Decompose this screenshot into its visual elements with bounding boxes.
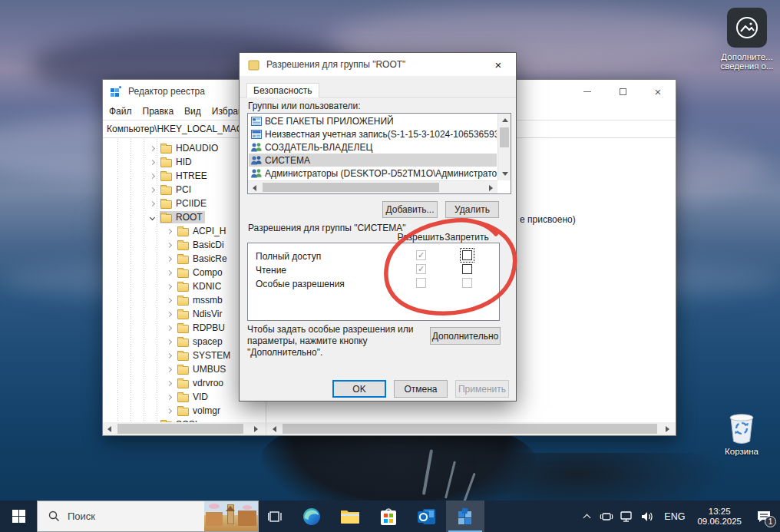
tray-expand-button[interactable] xyxy=(577,501,597,532)
close-button[interactable]: × xyxy=(640,80,676,103)
advanced-button[interactable]: Дополнительно xyxy=(430,327,501,345)
dialog-close-button[interactable]: × xyxy=(481,53,516,76)
chevron-right-icon[interactable] xyxy=(167,380,172,385)
maximize-button[interactable] xyxy=(605,80,640,103)
cancel-button[interactable]: Отмена xyxy=(394,380,448,398)
tree-item[interactable]: PCIIDE xyxy=(103,197,253,210)
scrollbar-thumb[interactable] xyxy=(283,424,657,434)
deny-checkbox-special[interactable] xyxy=(462,278,472,288)
remove-button[interactable]: Удалить xyxy=(445,201,499,218)
chevron-right-icon[interactable] xyxy=(167,297,172,302)
scroll-left-arrow[interactable] xyxy=(248,181,261,194)
start-button[interactable] xyxy=(0,501,37,532)
group-row[interactable]: Неизвестная учетная запись(S-1-15-3-1024… xyxy=(249,127,497,140)
tree-item[interactable]: NdisVir xyxy=(103,307,253,321)
scroll-right-arrow[interactable] xyxy=(250,422,263,435)
chevron-right-icon[interactable] xyxy=(167,366,172,372)
language-indicator[interactable]: ENG xyxy=(658,501,691,532)
scroll-up-arrow[interactable] xyxy=(498,114,511,127)
meet-now-button[interactable] xyxy=(597,501,616,532)
taskbar-outlook[interactable] xyxy=(408,501,446,532)
tree-horizontal-scrollbar[interactable] xyxy=(103,422,266,435)
chevron-right-icon[interactable] xyxy=(167,325,172,330)
chevron-right-icon[interactable] xyxy=(150,159,155,164)
scroll-right-arrow[interactable] xyxy=(661,422,674,435)
add-button[interactable]: Добавить... xyxy=(382,201,438,218)
menu-edit[interactable]: Правка xyxy=(143,106,174,117)
taskbar-edge[interactable] xyxy=(292,501,331,532)
deny-checkbox-full-control[interactable] xyxy=(462,250,472,260)
tree-item[interactable]: volmgr xyxy=(103,404,253,418)
task-view-button[interactable] xyxy=(259,501,292,532)
list-vertical-scrollbar[interactable] xyxy=(497,114,511,180)
scrollbar-thumb[interactable] xyxy=(263,183,439,192)
scroll-right-arrow[interactable] xyxy=(484,181,497,194)
tree-item[interactable]: BasicRe xyxy=(103,252,253,266)
tree-item[interactable]: vdrvroo xyxy=(103,376,253,390)
apply-button[interactable]: Применить xyxy=(455,380,509,398)
allow-checkbox-full-control[interactable] xyxy=(416,250,426,260)
tab-security[interactable]: Безопасность xyxy=(246,83,319,97)
chevron-right-icon[interactable] xyxy=(167,269,172,275)
chevron-right-icon[interactable] xyxy=(167,283,172,289)
tree-item[interactable]: Compo xyxy=(103,266,253,279)
chevron-right-icon[interactable] xyxy=(167,228,172,233)
clock[interactable]: 13:2509.06.2025 xyxy=(691,501,748,532)
group-row[interactable]: ВСЕ ПАКЕТЫ ПРИЛОЖЕНИЙ xyxy=(249,114,497,127)
allow-checkbox-read[interactable] xyxy=(416,264,426,274)
groups-listbox[interactable]: ВСЕ ПАКЕТЫ ПРИЛОЖЕНИЙ Неизвестная учетна… xyxy=(247,113,511,194)
scroll-down-arrow[interactable] xyxy=(498,167,511,180)
chevron-right-icon[interactable] xyxy=(150,145,155,150)
group-row[interactable]: Администраторы (DESKTOP-D52TM1O\Админист… xyxy=(249,167,497,180)
deny-checkbox-read[interactable] xyxy=(462,264,472,274)
chevron-down-icon[interactable] xyxy=(150,214,155,220)
group-row[interactable]: СОЗДАТЕЛЬ-ВЛАДЕЛЕЦ xyxy=(249,140,497,154)
pane-horizontal-scrollbar[interactable] xyxy=(266,422,676,435)
list-horizontal-scrollbar[interactable] xyxy=(248,180,497,193)
menu-file[interactable]: Файл xyxy=(109,106,132,117)
search-daily-image[interactable] xyxy=(204,501,258,531)
chevron-right-icon[interactable] xyxy=(150,187,155,192)
scrollbar-thumb[interactable] xyxy=(117,424,243,434)
chevron-right-icon[interactable] xyxy=(167,242,172,247)
scroll-left-arrow[interactable] xyxy=(268,422,281,435)
tree-item[interactable]: SYSTEM xyxy=(103,349,253,362)
minimize-button[interactable] xyxy=(570,80,605,103)
chevron-right-icon[interactable] xyxy=(150,200,155,206)
network-button[interactable] xyxy=(616,501,636,532)
chevron-right-icon[interactable] xyxy=(167,256,172,261)
scrollbar-thumb[interactable] xyxy=(500,127,509,147)
tree-item[interactable]: ACPI_H xyxy=(103,224,253,238)
menu-view[interactable]: Вид xyxy=(184,106,201,117)
tree-item[interactable]: UMBUS xyxy=(103,362,253,376)
tree-item[interactable]: PCI xyxy=(103,183,253,197)
tree-item[interactable]: RDPBU xyxy=(103,321,253,335)
chevron-right-icon[interactable] xyxy=(167,339,172,344)
chevron-right-icon[interactable] xyxy=(167,408,172,413)
tree-item[interactable]: spacep xyxy=(103,335,253,349)
chevron-right-icon[interactable] xyxy=(167,311,172,316)
tree-item[interactable]: HID xyxy=(103,155,253,169)
notification-center-button[interactable]: 1 xyxy=(748,501,780,532)
scroll-left-arrow[interactable] xyxy=(103,422,116,435)
tree-item[interactable]: BasicDi xyxy=(103,238,253,252)
desktop-icon-recycle-bin[interactable]: Корзина xyxy=(717,408,766,456)
dialog-titlebar[interactable]: Разрешения для группы "ROOT" × xyxy=(240,53,516,76)
ok-button[interactable]: OK xyxy=(332,380,386,398)
desktop-icon-info[interactable]: Дополните... сведения о... xyxy=(714,8,780,71)
tree-item-root[interactable]: ROOT xyxy=(103,210,253,224)
tree-item[interactable]: KDNIC xyxy=(103,279,253,293)
tree-item[interactable]: HTREE xyxy=(103,169,253,183)
chevron-right-icon[interactable] xyxy=(167,352,172,358)
volume-button[interactable] xyxy=(636,501,658,532)
tree-item[interactable]: VID xyxy=(103,390,253,404)
taskbar-regedit-active[interactable] xyxy=(446,501,484,532)
search-input[interactable]: Поиск xyxy=(37,501,259,532)
taskbar-store[interactable] xyxy=(369,501,408,532)
tree-item[interactable]: mssmb xyxy=(103,293,253,307)
group-row-selected[interactable]: СИСТЕМА xyxy=(249,154,497,167)
tree-item[interactable]: HDAUDIO xyxy=(103,141,253,155)
chevron-right-icon[interactable] xyxy=(167,394,172,399)
allow-checkbox-special[interactable] xyxy=(416,278,426,288)
chevron-right-icon[interactable] xyxy=(150,173,155,178)
